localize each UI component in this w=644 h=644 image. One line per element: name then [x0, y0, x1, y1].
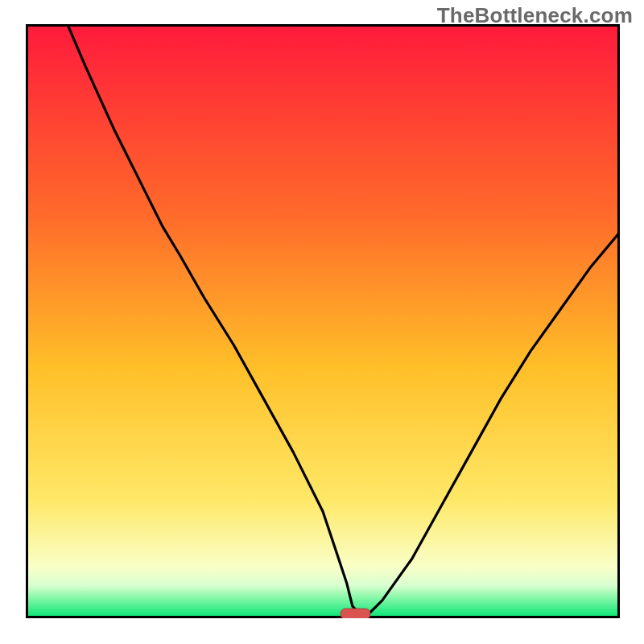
plot-area: [26, 24, 620, 618]
chart-svg: [26, 24, 620, 618]
optimal-marker: [341, 609, 370, 618]
chart-frame: TheBottleneck.com: [0, 0, 644, 644]
gradient-background: [26, 24, 620, 618]
watermark-text: TheBottleneck.com: [437, 3, 633, 28]
